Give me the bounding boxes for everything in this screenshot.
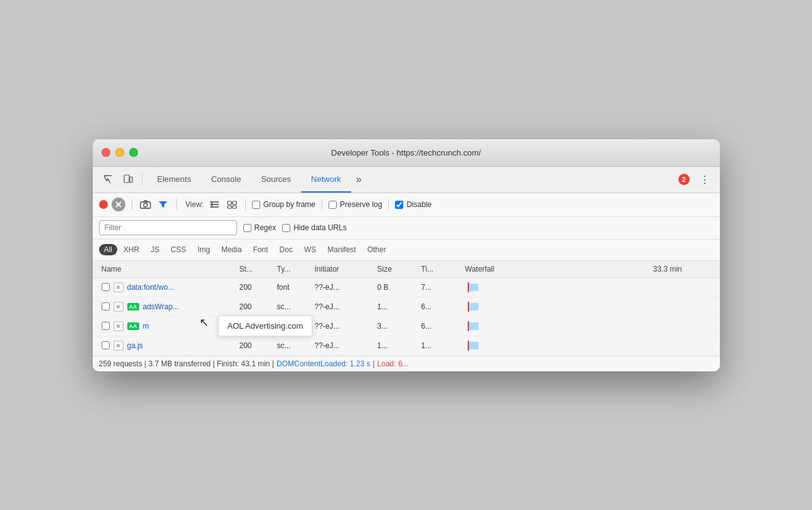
header-size[interactable]: Size xyxy=(375,263,419,275)
row-checkbox-4[interactable] xyxy=(102,341,110,349)
type-tab-font[interactable]: Font xyxy=(248,244,273,255)
row-name-4: ≡ ga.js xyxy=(99,339,237,352)
disable-cache-label[interactable]: Disable xyxy=(395,200,431,209)
row-checkbox-3[interactable] xyxy=(102,322,110,330)
row-name-2: ≡ AA adsWrap... xyxy=(99,300,237,313)
svg-rect-12 xyxy=(233,201,236,205)
more-tabs-button[interactable]: » xyxy=(351,167,367,193)
main-tabs: Elements Console Sources Network » xyxy=(147,167,676,193)
doc-icon-3: ≡ xyxy=(113,321,124,331)
row-time-4: 1... xyxy=(419,340,463,351)
view-label: View: xyxy=(186,200,204,209)
row-filename-2: adsWrap... xyxy=(143,302,179,311)
row-status-2: 200 xyxy=(237,301,275,312)
regex-label[interactable]: Regex xyxy=(243,223,277,232)
row-filename-1: data:font/wo... xyxy=(127,283,174,292)
toolbar-separator-1 xyxy=(142,173,142,186)
ctrl-separator-2 xyxy=(176,199,177,210)
doc-icon-4: ≡ xyxy=(113,341,124,351)
table-row[interactable]: ≡ AA m ??-eJ... 3... 6... xyxy=(93,317,720,336)
row-time-2: 6... xyxy=(419,301,463,312)
window-title: Developer Tools - https://techcrunch.com… xyxy=(331,148,481,157)
disable-cache-checkbox[interactable] xyxy=(395,201,403,209)
header-type[interactable]: Ty... xyxy=(275,263,312,275)
aa-badge-2: AA xyxy=(127,303,139,311)
minimize-button[interactable] xyxy=(115,148,124,157)
tab-sources[interactable]: Sources xyxy=(251,167,301,193)
group-view-icon[interactable] xyxy=(225,198,239,211)
row-checkbox-1[interactable] xyxy=(102,283,110,291)
regex-checkbox[interactable] xyxy=(243,224,251,232)
header-waterfall[interactable]: Waterfall xyxy=(463,263,651,275)
ctrl-separator-5 xyxy=(388,199,389,210)
record-button[interactable] xyxy=(99,200,108,209)
svg-rect-1 xyxy=(130,177,132,183)
menu-button[interactable]: ⋮ xyxy=(696,171,714,188)
type-tabs: All XHR JS CSS Img Media Font Doc WS Man… xyxy=(93,240,720,261)
type-tab-js[interactable]: JS xyxy=(145,244,164,255)
row-filename-3: m xyxy=(143,322,149,331)
type-tab-other[interactable]: Other xyxy=(362,244,391,255)
titlebar: Developer Tools - https://techcrunch.com… xyxy=(93,139,720,167)
type-tab-ws[interactable]: WS xyxy=(299,244,321,255)
row-size-1: 0 B xyxy=(375,282,419,293)
table-row[interactable]: ≡ ga.js 200 sc... ??-eJ... 1... 1... xyxy=(93,336,720,356)
stop-button[interactable] xyxy=(112,198,125,211)
tab-console[interactable]: Console xyxy=(201,167,251,193)
header-name[interactable]: Name xyxy=(99,263,237,275)
close-button[interactable] xyxy=(102,148,110,157)
hide-data-urls-checkbox[interactable] xyxy=(282,224,290,232)
type-tab-css[interactable]: CSS xyxy=(166,244,191,255)
header-status[interactable]: St... xyxy=(237,263,275,275)
table-header: Name St... Ty... Initiator Size Ti... Wa… xyxy=(93,261,720,278)
row-waterfall-4 xyxy=(463,341,651,351)
type-tab-img[interactable]: Img xyxy=(192,244,215,255)
type-tab-manifest[interactable]: Manifest xyxy=(322,244,361,255)
group-by-frame-checkbox[interactable] xyxy=(252,201,260,209)
table-row[interactable]: ≡ AA adsWrap... 200 sc... ??-eJ... 1... … xyxy=(93,297,720,317)
row-name-3: ≡ AA m xyxy=(99,320,237,332)
row-filename-4: ga.js xyxy=(127,341,143,350)
header-time[interactable]: Ti... xyxy=(419,263,463,275)
status-summary: 259 requests | 3.7 MB transferred | Fini… xyxy=(99,359,274,368)
tab-bar: Elements Console Sources Network » 2 ⋮ xyxy=(93,167,720,193)
row-type-4: sc... xyxy=(275,340,312,351)
filter-input[interactable] xyxy=(99,220,237,235)
status-bar: 259 requests | 3.7 MB transferred | Fini… xyxy=(93,356,720,371)
ctrl-separator-4 xyxy=(322,199,322,210)
hide-data-urls-label[interactable]: Hide data URLs xyxy=(282,223,347,232)
camera-icon[interactable] xyxy=(139,198,152,211)
row-status-4: 200 xyxy=(237,340,275,351)
row-size-4: 1... xyxy=(375,340,419,351)
maximize-button[interactable] xyxy=(129,148,138,157)
type-tab-all[interactable]: All xyxy=(99,244,117,255)
type-tab-doc[interactable]: Doc xyxy=(275,244,298,255)
aa-badge-3: AA xyxy=(127,322,139,330)
devtools-window: Developer Tools - https://techcrunch.com… xyxy=(93,139,720,371)
row-waterfall-2 xyxy=(463,302,651,312)
device-icon[interactable] xyxy=(119,171,137,188)
doc-icon-2: ≡ xyxy=(113,302,124,312)
row-initiator-3: ??-eJ... xyxy=(312,321,375,332)
svg-rect-14 xyxy=(233,206,236,208)
group-by-frame-label[interactable]: Group by frame xyxy=(252,200,315,209)
row-size-2: 1... xyxy=(375,301,419,312)
type-tab-media[interactable]: Media xyxy=(216,244,247,255)
row-initiator-2: ??-eJ... xyxy=(312,301,375,312)
svg-rect-0 xyxy=(124,175,129,183)
tab-network[interactable]: Network xyxy=(301,167,351,193)
inspect-icon[interactable] xyxy=(99,171,117,188)
row-type-2: sc... xyxy=(275,301,312,312)
status-dom: DOMContentLoaded: 1.23 s xyxy=(277,359,370,368)
header-initiator[interactable]: Initiator xyxy=(312,263,375,275)
error-icon: 2 xyxy=(678,174,690,185)
type-tab-xhr[interactable]: XHR xyxy=(119,244,144,255)
filter-icon[interactable] xyxy=(156,198,170,211)
row-type-1: font xyxy=(275,282,312,293)
row-checkbox-2[interactable] xyxy=(102,302,110,311)
list-view-icon[interactable] xyxy=(208,198,221,211)
preserve-log-label[interactable]: Preserve log xyxy=(329,200,382,209)
table-row[interactable]: ≡ data:font/wo... 200 font ??-eJ... 0 B … xyxy=(93,278,720,297)
preserve-log-checkbox[interactable] xyxy=(329,201,337,209)
tab-elements[interactable]: Elements xyxy=(147,167,201,193)
